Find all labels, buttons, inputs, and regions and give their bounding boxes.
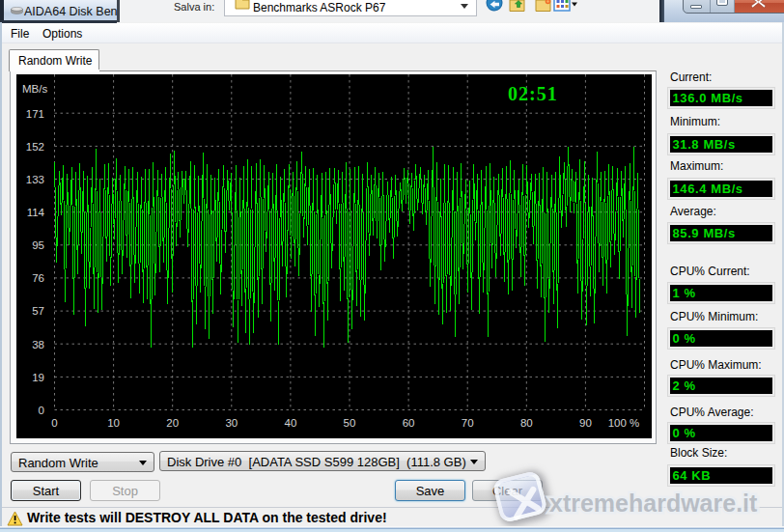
svg-text:90: 90 xyxy=(579,417,592,429)
svg-text:0: 0 xyxy=(51,417,57,429)
svg-text:10: 10 xyxy=(107,417,120,429)
svg-text:152: 152 xyxy=(26,141,44,153)
svg-text:80: 80 xyxy=(520,417,533,429)
svg-text:20: 20 xyxy=(166,417,179,429)
svg-text:38: 38 xyxy=(32,339,44,350)
svg-text:02:51: 02:51 xyxy=(508,83,558,104)
svg-text:50: 50 xyxy=(344,417,356,429)
svg-text:60: 60 xyxy=(403,417,415,429)
svg-text:19: 19 xyxy=(32,372,44,383)
svg-text:133: 133 xyxy=(26,174,44,185)
svg-text:171: 171 xyxy=(26,108,44,120)
svg-text:0: 0 xyxy=(39,405,44,416)
svg-text:95: 95 xyxy=(32,239,44,251)
svg-text:100 %: 100 % xyxy=(608,417,640,429)
svg-text:MB/s: MB/s xyxy=(22,83,47,95)
svg-text:40: 40 xyxy=(285,417,297,429)
svg-text:76: 76 xyxy=(32,272,44,284)
svg-text:114: 114 xyxy=(27,207,45,218)
svg-text:70: 70 xyxy=(462,417,474,429)
svg-text:30: 30 xyxy=(225,417,238,429)
svg-text:57: 57 xyxy=(32,305,44,317)
